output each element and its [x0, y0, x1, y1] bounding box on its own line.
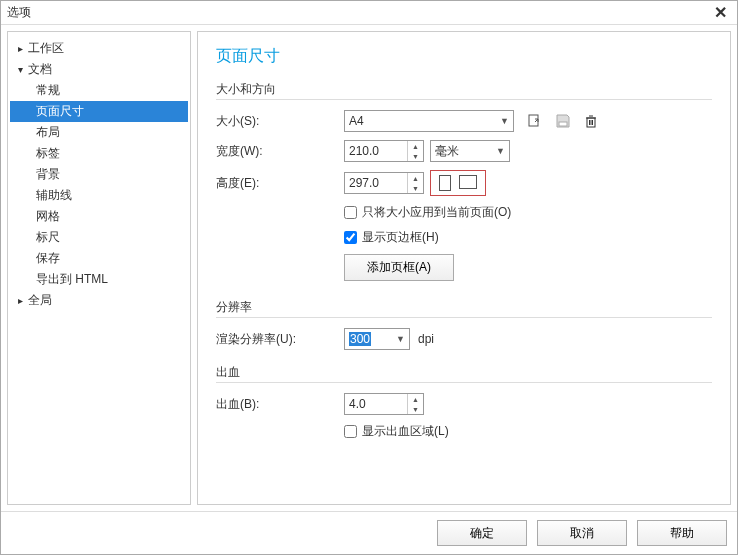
options-dialog: 选项 ✕ ▸工作区▾文档常规页面尺寸布局标签背景辅助线网格标尺保存导出到 HTM… [0, 0, 738, 555]
combo-render-resolution[interactable]: 300 ▼ [344, 328, 410, 350]
row-bleed: 出血(B): 4.0 ▲▼ [216, 393, 712, 415]
chevron-down-icon: ▼ [396, 334, 405, 344]
label-render-resolution: 渲染分辨率(U): [216, 331, 344, 348]
disk-icon[interactable] [554, 112, 572, 130]
tree-label: 标签 [36, 145, 60, 162]
caret-right-icon[interactable]: ▸ [14, 43, 26, 54]
check-show-border[interactable]: 显示页边框(H) [344, 229, 712, 246]
checkbox-show-bleed[interactable] [344, 425, 357, 438]
row-render-resolution: 渲染分辨率(U): 300 ▼ dpi [216, 328, 712, 350]
ok-button[interactable]: 确定 [437, 520, 527, 546]
tree-label: 标尺 [36, 229, 60, 246]
panel-heading: 页面尺寸 [216, 46, 712, 67]
tree-item[interactable]: 标尺 [10, 227, 188, 248]
tree-item[interactable]: 布局 [10, 122, 188, 143]
tree-item[interactable]: ▸全局 [10, 290, 188, 311]
tree-label: 网格 [36, 208, 60, 225]
svg-rect-1 [559, 122, 567, 126]
orientation-group [430, 170, 486, 196]
tree-item[interactable]: 常规 [10, 80, 188, 101]
spin-up-icon[interactable]: ▲ [408, 141, 423, 151]
tree-item[interactable]: ▸工作区 [10, 38, 188, 59]
spin-bleed[interactable]: 4.0 ▲▼ [344, 393, 424, 415]
trash-icon[interactable] [582, 112, 600, 130]
spin-height[interactable]: 297.0 ▲▼ [344, 172, 424, 194]
dialog-footer: 确定 取消 帮助 [1, 511, 737, 554]
label-size: 大小(S): [216, 113, 344, 130]
save-preset-icon[interactable] [526, 112, 544, 130]
tree-item[interactable]: 保存 [10, 248, 188, 269]
row-size: 大小(S): A4 ▼ [216, 110, 712, 132]
add-page-frame-button[interactable]: 添加页框(A) [344, 254, 454, 281]
combo-page-size[interactable]: A4 ▼ [344, 110, 514, 132]
help-button[interactable]: 帮助 [637, 520, 727, 546]
window-title: 选项 [7, 4, 710, 21]
tree-label: 文档 [28, 61, 52, 78]
chevron-down-icon: ▼ [500, 116, 509, 126]
tree-item[interactable]: 标签 [10, 143, 188, 164]
tree-label: 全局 [28, 292, 52, 309]
section-resolution: 分辨率 [216, 299, 712, 316]
tree-item[interactable]: 导出到 HTML [10, 269, 188, 290]
divider [216, 99, 712, 100]
caret-down-icon[interactable]: ▾ [14, 64, 26, 75]
tree-label: 保存 [36, 250, 60, 267]
tree-label: 辅助线 [36, 187, 72, 204]
section-size-orientation: 大小和方向 [216, 81, 712, 98]
divider [216, 382, 712, 383]
label-height: 高度(E): [216, 175, 344, 192]
spin-down-icon[interactable]: ▼ [408, 404, 423, 414]
row-width: 宽度(W): 210.0 ▲▼ 毫米 ▼ [216, 140, 712, 162]
tree-label: 页面尺寸 [36, 103, 84, 120]
label-show-border: 显示页边框(H) [362, 229, 439, 246]
check-apply-current[interactable]: 只将大小应用到当前页面(O) [344, 204, 712, 221]
titlebar: 选项 ✕ [1, 1, 737, 25]
spin-up-icon[interactable]: ▲ [408, 394, 423, 404]
label-dpi: dpi [418, 332, 434, 346]
tree-item[interactable]: ▾文档 [10, 59, 188, 80]
spin-up-icon[interactable]: ▲ [408, 173, 423, 183]
tree-item[interactable]: 页面尺寸 [10, 101, 188, 122]
tree-label: 导出到 HTML [36, 271, 108, 288]
spin-down-icon[interactable]: ▼ [408, 151, 423, 161]
spin-width[interactable]: 210.0 ▲▼ [344, 140, 424, 162]
orientation-landscape-button[interactable] [459, 175, 477, 189]
divider [216, 317, 712, 318]
close-icon[interactable]: ✕ [710, 3, 731, 22]
tree-label: 常规 [36, 82, 60, 99]
tree-item[interactable]: 背景 [10, 164, 188, 185]
caret-right-icon[interactable]: ▸ [14, 295, 26, 306]
check-show-bleed[interactable]: 显示出血区域(L) [344, 423, 712, 440]
tree-item[interactable]: 辅助线 [10, 185, 188, 206]
tree-item[interactable]: 网格 [10, 206, 188, 227]
tree-label: 工作区 [28, 40, 64, 57]
label-width: 宽度(W): [216, 143, 344, 160]
dialog-body: ▸工作区▾文档常规页面尺寸布局标签背景辅助线网格标尺保存导出到 HTML▸全局 … [1, 25, 737, 511]
tree-label: 布局 [36, 124, 60, 141]
label-apply-current: 只将大小应用到当前页面(O) [362, 204, 511, 221]
nav-tree[interactable]: ▸工作区▾文档常规页面尺寸布局标签背景辅助线网格标尺保存导出到 HTML▸全局 [7, 31, 191, 505]
settings-panel: 页面尺寸 大小和方向 大小(S): A4 ▼ 宽度(W): 210.0 [197, 31, 731, 505]
checkbox-apply-current[interactable] [344, 206, 357, 219]
checkbox-show-border[interactable] [344, 231, 357, 244]
orientation-portrait-button[interactable] [439, 175, 451, 191]
chevron-down-icon: ▼ [496, 146, 505, 156]
section-bleed: 出血 [216, 364, 712, 381]
row-height: 高度(E): 297.0 ▲▼ [216, 170, 712, 196]
label-show-bleed: 显示出血区域(L) [362, 423, 449, 440]
combo-unit[interactable]: 毫米 ▼ [430, 140, 510, 162]
size-tools [526, 112, 600, 130]
label-bleed: 出血(B): [216, 396, 344, 413]
cancel-button[interactable]: 取消 [537, 520, 627, 546]
tree-label: 背景 [36, 166, 60, 183]
spin-down-icon[interactable]: ▼ [408, 183, 423, 193]
